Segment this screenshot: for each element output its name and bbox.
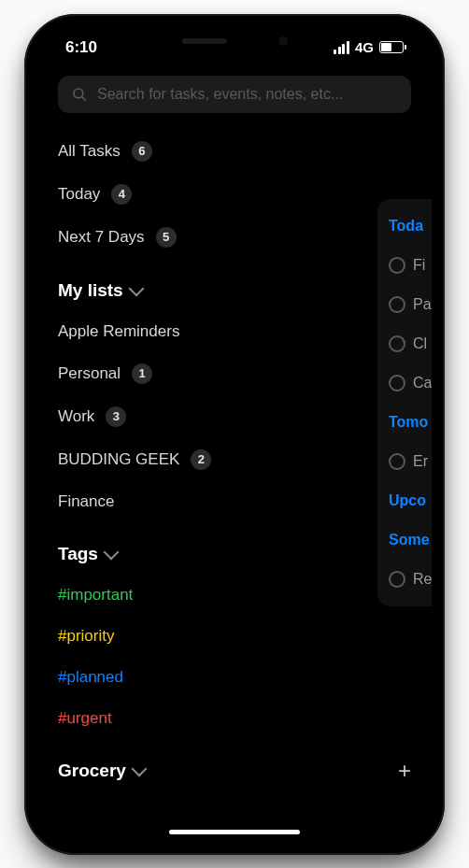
section-title: Tags (58, 544, 98, 564)
tag-label: #priority (58, 627, 114, 646)
radio-icon (389, 257, 405, 274)
side-task-item[interactable]: Fi (389, 257, 432, 274)
status-right: 4G (334, 39, 404, 55)
smart-list-all-tasks[interactable]: All Tasks 6 (58, 130, 411, 173)
list-item[interactable]: Finance (58, 481, 411, 522)
count-badge: 2 (191, 449, 211, 470)
screen: 6:10 4G Search for tasks, events, notes,… (37, 27, 432, 842)
radio-icon (389, 375, 405, 391)
speaker-slot (182, 38, 227, 44)
side-task-item[interactable]: Er (389, 453, 432, 470)
side-section-header: Tomo (389, 414, 432, 431)
tag-item-planned[interactable]: #planned (58, 657, 411, 698)
count-badge: 4 (111, 184, 132, 205)
radio-icon (389, 335, 405, 352)
smart-list-next7[interactable]: Next 7 Days 5 (58, 216, 411, 259)
tag-label: #urgent (58, 709, 112, 728)
smart-list-label: Today (58, 185, 100, 204)
front-camera (278, 36, 288, 46)
network-label: 4G (355, 39, 374, 55)
home-indicator[interactable] (169, 830, 300, 834)
svg-point-0 (74, 89, 83, 98)
list-item-label: BUDDING GEEK (58, 450, 179, 469)
list-item[interactable]: BUDDING GEEK 2 (58, 438, 411, 481)
side-panel[interactable]: Toda Fi Pa Cl Ca Tomo Er Upco Some Re (377, 199, 432, 606)
side-section-header: Upco (389, 492, 432, 509)
search-placeholder: Search for tasks, events, notes, etc... (97, 86, 343, 103)
list-item-label: Personal (58, 364, 121, 383)
smart-list-label: Next 7 Days (58, 228, 145, 247)
list-item-label: Finance (58, 492, 114, 511)
count-badge: 1 (132, 363, 152, 384)
side-task-item[interactable]: Re (389, 571, 432, 588)
content: Search for tasks, events, notes, etc... … (37, 68, 432, 842)
smart-list-label: All Tasks (58, 142, 121, 161)
section-header-mylists[interactable]: My lists + (58, 259, 411, 311)
add-grocery-button[interactable]: + (398, 760, 411, 782)
tag-item-priority[interactable]: #priority (58, 616, 411, 657)
chevron-down-icon (128, 280, 144, 296)
list-item[interactable]: Apple Reminders (58, 311, 411, 352)
radio-icon (389, 453, 405, 470)
side-task-label: Ca (413, 375, 432, 391)
side-task-item[interactable]: Cl (389, 335, 432, 352)
side-task-label: Er (413, 453, 428, 470)
side-task-label: Cl (413, 335, 427, 352)
tag-label: #planned (58, 668, 123, 687)
list-item[interactable]: Work 3 (58, 395, 411, 438)
side-section-header: Some (389, 532, 432, 548)
section-header-tags[interactable]: Tags + (58, 522, 411, 575)
section-title: Grocery (58, 761, 126, 781)
list-item-label: Work (58, 407, 94, 426)
tag-label: #important (58, 586, 133, 605)
side-task-label: Re (413, 571, 432, 588)
signal-icon (334, 41, 349, 54)
list-item-label: Apple Reminders (58, 322, 179, 341)
phone-frame: 6:10 4G Search for tasks, events, notes,… (24, 14, 445, 855)
side-task-label: Pa (413, 296, 432, 313)
radio-icon (389, 571, 405, 588)
section-title: My lists (58, 280, 123, 301)
notch (155, 27, 314, 55)
battery-icon (379, 41, 404, 53)
search-input[interactable]: Search for tasks, events, notes, etc... (58, 76, 411, 113)
count-badge: 6 (132, 141, 152, 162)
list-item[interactable]: Personal 1 (58, 352, 411, 395)
radio-icon (389, 296, 405, 313)
section-header-grocery[interactable]: Grocery + (58, 739, 411, 791)
search-icon (71, 86, 88, 103)
tag-item-important[interactable]: #important (58, 575, 411, 616)
tag-item-urgent[interactable]: #urgent (58, 698, 411, 739)
side-task-item[interactable]: Ca (389, 375, 432, 391)
chevron-down-icon (103, 544, 119, 560)
side-task-label: Fi (413, 257, 425, 274)
chevron-down-icon (131, 761, 147, 776)
smart-list-today[interactable]: Today 4 (58, 173, 411, 216)
side-section-header: Toda (389, 218, 432, 235)
count-badge: 5 (156, 227, 177, 248)
status-time: 6:10 (65, 38, 97, 57)
svg-line-1 (82, 96, 86, 100)
side-task-item[interactable]: Pa (389, 296, 432, 313)
count-badge: 3 (106, 406, 126, 427)
